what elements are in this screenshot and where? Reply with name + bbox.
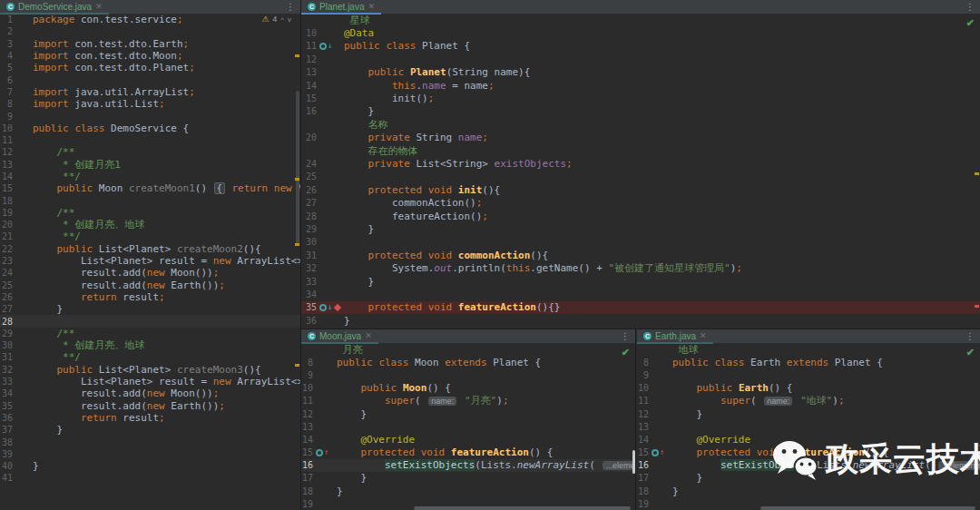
code-text[interactable]: } — [25, 460, 300, 472]
code-text[interactable]: return result; — [25, 412, 300, 424]
line-number[interactable]: 30 — [301, 237, 317, 247]
code-text[interactable]: public class Planet { — [333, 40, 980, 52]
code-line[interactable]: 36} — [301, 314, 980, 327]
code-text[interactable]: import java.util.ArrayList; — [25, 86, 300, 98]
code-line[interactable]: 星球 — [301, 14, 980, 26]
code-line[interactable]: 10public class DemoService { — [0, 123, 300, 134]
breakpoint-stripe-mark[interactable] — [975, 305, 979, 308]
code-text[interactable]: package con.test.service; — [25, 14, 300, 25]
line-number[interactable]: 35 — [301, 302, 317, 312]
code-line[interactable]: 16 setExistObjects(Lists.newArrayList( .… — [301, 459, 635, 472]
code-line[interactable]: 28 featureAction(); — [301, 210, 980, 222]
code-line[interactable]: 21 **/ — [0, 230, 300, 242]
line-number[interactable]: 28 — [301, 211, 317, 221]
inspections-widget[interactable]: ⚠ 4 ^ v — [261, 15, 291, 24]
code-text[interactable]: /** — [25, 146, 300, 158]
code-text[interactable]: 月亮 — [328, 343, 635, 357]
code-line[interactable]: 35 result.add(new Earth()); — [0, 400, 300, 412]
line-number[interactable]: 15 — [0, 183, 13, 193]
code-line[interactable]: 12 } — [301, 407, 635, 420]
code-line[interactable]: 14 @Override — [301, 433, 635, 446]
line-number[interactable]: 12 — [301, 54, 317, 64]
code-line[interactable]: 14 this.name = name; — [301, 79, 980, 92]
code-line[interactable]: 13 * 创建月亮1 — [0, 159, 300, 171]
line-number[interactable]: 15 — [301, 93, 317, 103]
code-line[interactable]: 36 return result; — [0, 412, 300, 424]
warning-stripe-mark[interactable] — [295, 178, 299, 181]
code-text[interactable]: public Moon createMoon1() { return new M… — [25, 182, 300, 194]
line-number[interactable]: 10 — [301, 28, 317, 38]
warning-stripe-mark[interactable] — [295, 54, 299, 57]
code-text[interactable]: result.add(new Moon()); — [25, 387, 300, 399]
code-text[interactable]: protected void init(){ — [333, 184, 980, 196]
line-number[interactable]: 21 — [0, 231, 13, 241]
line-number[interactable]: 5 — [0, 63, 13, 73]
code-text[interactable]: } — [333, 276, 980, 288]
code-line[interactable]: 17 } — [301, 472, 635, 485]
line-number[interactable]: 18 — [0, 196, 13, 206]
code-line[interactable]: 3import con.test.dto.Earth; — [0, 38, 300, 50]
code-text[interactable]: 名称 — [333, 118, 980, 132]
line-number[interactable]: 29 — [301, 224, 317, 234]
line-number[interactable]: 36 — [301, 316, 317, 326]
code-line[interactable]: 15 public Moon createMoon1() { return ne… — [0, 182, 300, 194]
line-number[interactable]: 17 — [637, 473, 649, 483]
line-number[interactable]: 4 — [0, 51, 13, 61]
line-number[interactable]: 11 — [637, 396, 649, 406]
tab-options-kebab-icon[interactable]: ⋮ — [960, 2, 980, 12]
tab-options-kebab-icon[interactable]: ⋮ — [615, 331, 635, 341]
code-line[interactable]: 12 — [301, 53, 980, 65]
code-line[interactable]: 13 — [301, 420, 635, 433]
code-line[interactable]: 18} — [637, 485, 980, 497]
line-number[interactable]: 16 — [301, 106, 317, 116]
line-number[interactable]: 19 — [637, 499, 649, 509]
horizontal-scrollbar[interactable] — [414, 506, 631, 510]
line-number[interactable]: 27 — [0, 304, 13, 314]
tab-planet-java[interactable]: C Planet.java ✕ — [301, 0, 381, 14]
code-line[interactable]: 2 — [0, 25, 300, 37]
line-number[interactable]: 20 — [301, 132, 317, 142]
code-line[interactable]: 38 — [0, 436, 300, 447]
prev-problem-icon[interactable]: ^ — [280, 15, 284, 24]
code-line[interactable]: 29 } — [301, 222, 980, 235]
code-text[interactable]: * 创建月亮、地球 — [25, 338, 300, 352]
code-line[interactable]: 31 protected void commonAction(){ — [301, 249, 980, 261]
line-number[interactable]: 18 — [637, 486, 649, 496]
code-text[interactable]: * 创建月亮1 — [25, 158, 300, 172]
code-line[interactable]: 20 private String name; — [301, 132, 980, 144]
code-line[interactable]: 23 List<Planet> result = new ArrayList<>… — [0, 255, 300, 267]
code-line[interactable]: 26 return result; — [0, 291, 300, 303]
code-text[interactable]: protected void commonAction(){ — [333, 250, 980, 261]
code-text[interactable]: public class Earth extends Planet { — [663, 357, 980, 368]
line-number[interactable]: 13 — [0, 160, 13, 170]
code-line[interactable]: 8import java.util.List; — [0, 98, 300, 110]
horizontal-scrollbar[interactable] — [760, 506, 975, 510]
code-line[interactable]: 41 — [0, 472, 300, 484]
line-number[interactable]: 20 — [0, 220, 13, 230]
code-text[interactable]: setExistObjects(Lists.newArrayList( ...e… — [328, 458, 635, 472]
tab-options-kebab-icon[interactable]: ⋮ — [960, 331, 980, 341]
line-number[interactable]: 39 — [0, 449, 13, 459]
code-text[interactable]: import con.test.dto.Earth; — [25, 38, 300, 50]
code-editor-planet[interactable]: 星球10@Data11↓public class Planet {1213 pu… — [301, 14, 980, 328]
code-text[interactable]: * 创建月亮、地球 — [25, 218, 300, 231]
line-number[interactable]: 8 — [301, 358, 313, 368]
line-number[interactable]: 14 — [0, 172, 13, 181]
line-number[interactable]: 25 — [301, 172, 317, 181]
code-text[interactable]: } — [663, 485, 980, 497]
code-text[interactable]: } — [663, 408, 980, 420]
code-text[interactable]: result.add(new Earth()); — [25, 280, 300, 291]
code-editor-moon[interactable]: 月亮8public class Moon extends Planet {910… — [301, 343, 635, 510]
code-line[interactable]: 29 /** — [0, 328, 300, 339]
gutter[interactable]: ↑ — [649, 448, 663, 456]
code-line[interactable]: 11↓public class Planet { — [301, 40, 980, 53]
line-number[interactable]: 14 — [637, 435, 649, 445]
line-number[interactable]: 15 — [637, 447, 649, 457]
line-number[interactable]: 10 — [0, 123, 13, 133]
code-line[interactable]: 24 result.add(new Moon()); — [0, 267, 300, 279]
code-line[interactable]: 27 commonAction(); — [301, 196, 980, 209]
line-number[interactable]: 13 — [301, 422, 313, 432]
line-number[interactable]: 11 — [301, 41, 317, 51]
code-line[interactable]: 9 — [301, 368, 635, 381]
close-tab-icon[interactable]: ✕ — [365, 332, 372, 340]
